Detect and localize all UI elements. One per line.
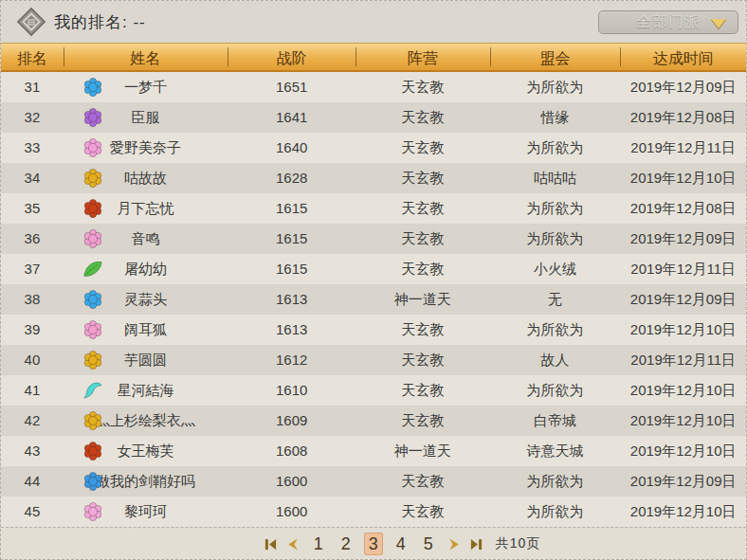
table-row[interactable]: 36 音鸣 1615 天玄教 为所欲为 2019年12月09日 — [1, 224, 746, 254]
table-row[interactable]: 31 一梦千 1651 天玄教 为所欲为 2019年12月09日 — [1, 72, 746, 102]
table-row[interactable]: 37 屠幼幼 1615 天玄教 小火绒 2019年12月11日 — [1, 254, 746, 284]
sect-icon — [82, 319, 103, 340]
guild-value: 白帝城 — [490, 406, 621, 436]
name-cell: 灵蒜头 — [64, 284, 228, 315]
page-1-button[interactable]: 1 — [309, 533, 328, 555]
sect-icon — [82, 168, 103, 189]
sect-icon — [82, 228, 103, 249]
faction-value: 天玄教 — [355, 102, 490, 133]
date-value: 2019年12月09日 — [620, 466, 746, 497]
column-header-guild: 盟会 — [490, 44, 621, 70]
rank-value: 41 — [1, 375, 64, 406]
player-name: 女王梅芙 — [118, 443, 174, 459]
player-name: 音鸣 — [132, 230, 160, 246]
table-row[interactable]: 34 咕故故 1628 天玄教 咕咕咕 2019年12月10日 — [1, 163, 746, 193]
page-2-button[interactable]: 2 — [337, 533, 355, 555]
last-page-button[interactable] — [469, 537, 483, 551]
table-row[interactable]: 43 女王梅芙 1608 神一道天 诗意天城 2019年12月10日 — [1, 436, 746, 466]
name-cell: 星河結海 — [64, 375, 228, 406]
date-value: 2019年12月09日 — [620, 224, 746, 254]
faction-value: 天玄教 — [355, 224, 490, 254]
rank-value: 35 — [1, 193, 64, 224]
guild-value: 惜缘 — [490, 102, 621, 133]
battle-score: 1608 — [228, 436, 355, 466]
faction-value: 天玄教 — [355, 163, 490, 193]
name-cell: 黎珂珂 — [64, 497, 228, 527]
player-name: 灬上杉绘梨衣灬 — [96, 412, 195, 428]
date-value: 2019年12月11日 — [620, 345, 746, 375]
table-row[interactable]: 32 臣服 1641 天玄教 惜缘 2019年12月08日 — [1, 102, 746, 133]
total-pages-label: 共10页 — [496, 535, 541, 552]
guild-value: 为所欲为 — [490, 72, 621, 102]
table-row[interactable]: 44 做我的剑鞘好吗 1600 天玄教 为所欲为 2019年12月09日 — [1, 466, 746, 497]
table-header: 排名 姓名 战阶 阵营 盟会 达成时间 — [1, 43, 746, 72]
battle-score: 1612 — [228, 345, 355, 375]
sect-icon — [82, 350, 103, 370]
guild-value: 为所欲为 — [490, 375, 621, 406]
rank-value: 39 — [1, 315, 64, 345]
sect-icon — [82, 471, 103, 492]
rank-value: 31 — [1, 72, 64, 102]
battle-score: 1600 — [228, 466, 355, 497]
name-cell: 阔耳狐 — [64, 315, 228, 345]
table-row[interactable]: 40 芋圆圆 1612 天玄教 故人 2019年12月11日 — [1, 345, 746, 375]
table-row[interactable]: 41 星河結海 1610 天玄教 为所欲为 2019年12月10日 — [1, 375, 746, 406]
guild-value: 为所欲为 — [490, 466, 621, 497]
date-value: 2019年12月08日 — [620, 193, 746, 224]
guild-value: 咕咕咕 — [490, 163, 621, 193]
table-row[interactable]: 38 灵蒜头 1613 神一道天 无 2019年12月09日 — [1, 284, 746, 315]
rank-value: 34 — [1, 163, 64, 193]
player-name: 灵蒜头 — [124, 291, 167, 307]
date-value: 2019年12月09日 — [620, 72, 746, 102]
battle-score: 1640 — [228, 133, 355, 163]
player-name: 屠幼幼 — [124, 261, 167, 277]
player-name: 愛野美奈子 — [110, 139, 181, 155]
table-row[interactable]: 33 愛野美奈子 1640 天玄教 为所欲为 2019年12月11日 — [1, 133, 746, 163]
table-row[interactable]: 42 灬上杉绘梨衣灬 1609 天玄教 白帝城 2019年12月10日 — [1, 406, 746, 436]
page-4-button[interactable]: 4 — [392, 533, 410, 555]
date-value: 2019年12月10日 — [620, 375, 746, 406]
player-name: 做我的剑鞘好吗 — [96, 473, 195, 489]
table-row[interactable]: 45 黎珂珂 1600 天玄教 为所欲为 2019年12月10日 — [1, 497, 746, 527]
first-page-button[interactable] — [264, 537, 278, 551]
battle-score: 1651 — [228, 72, 355, 102]
rank-value: 33 — [1, 133, 64, 163]
player-name: 芋圆圆 — [124, 352, 167, 368]
name-cell: 月下忘忧 — [64, 193, 228, 224]
sect-icon — [82, 289, 103, 310]
battle-score: 1610 — [228, 375, 355, 406]
page-5-button[interactable]: 5 — [419, 533, 438, 555]
column-header-score: 战阶 — [228, 44, 355, 70]
date-value: 2019年12月09日 — [620, 284, 746, 315]
faction-value: 天玄教 — [355, 254, 490, 284]
column-header-faction: 阵营 — [355, 44, 490, 70]
player-name: 黎珂珂 — [124, 503, 167, 519]
ranking-window: 我的排名: -- 全部门派 排名 姓名 战阶 阵营 盟会 达成时间 31 一梦千… — [0, 0, 747, 560]
player-name: 咕故故 — [124, 170, 167, 186]
column-header-date: 达成时间 — [620, 44, 746, 70]
name-cell: 女王梅芙 — [64, 436, 228, 466]
guild-value: 为所欲为 — [490, 315, 621, 345]
pagination-bar: 12345 共10页 — [1, 527, 746, 560]
player-name: 月下忘忧 — [118, 200, 174, 216]
battle-score: 1615 — [228, 224, 355, 254]
date-value: 2019年12月10日 — [620, 315, 746, 345]
table-row[interactable]: 35 月下忘忧 1615 天玄教 为所欲为 2019年12月08日 — [1, 193, 746, 224]
sect-icon — [82, 501, 103, 522]
faction-value: 天玄教 — [355, 315, 490, 345]
player-name: 臣服 — [132, 109, 160, 125]
page-3-button[interactable]: 3 — [364, 533, 383, 555]
rank-value: 45 — [1, 497, 64, 527]
guild-value: 诗意天城 — [490, 436, 621, 466]
name-cell: 臣服 — [64, 102, 228, 133]
name-cell: 咕故故 — [64, 163, 228, 193]
sect-filter-dropdown[interactable]: 全部门派 — [598, 10, 738, 34]
sect-icon — [82, 380, 103, 401]
prev-page-button[interactable] — [286, 537, 301, 551]
sect-icon — [82, 137, 103, 158]
battle-score: 1600 — [228, 497, 355, 527]
faction-value: 天玄教 — [355, 193, 490, 224]
table-row[interactable]: 39 阔耳狐 1613 天玄教 为所欲为 2019年12月10日 — [1, 315, 746, 345]
faction-value: 神一道天 — [355, 436, 490, 466]
next-page-button[interactable] — [446, 537, 461, 551]
